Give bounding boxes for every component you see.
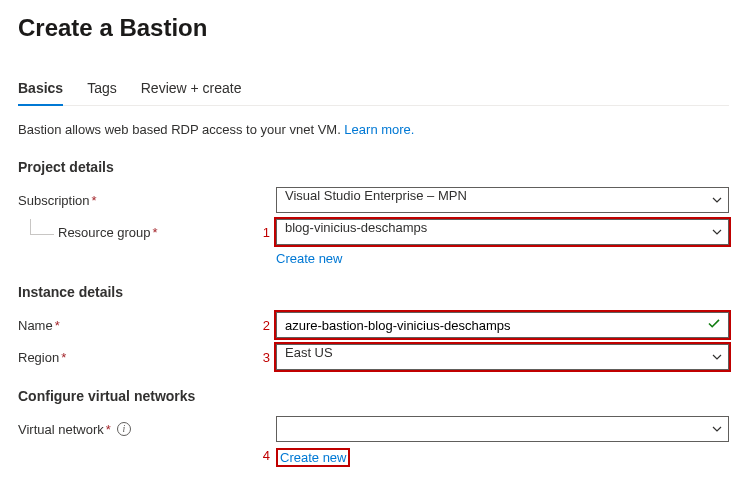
required-mark: * [106,422,111,437]
section-instance-details: Instance details [18,284,729,300]
annotation-2: 2 [258,318,276,333]
region-select[interactable]: East US [276,344,729,370]
label-virtual-network: Virtual network [18,422,104,437]
tab-tags[interactable]: Tags [87,74,117,106]
label-subscription: Subscription [18,193,90,208]
annotation-3: 3 [258,350,276,365]
indent-connector [30,219,54,235]
label-region: Region [18,350,59,365]
page-title: Create a Bastion [18,14,729,42]
required-mark: * [55,318,60,333]
tab-basics[interactable]: Basics [18,74,63,106]
label-name: Name [18,318,53,333]
annotation-4: 4 [258,448,276,467]
tab-bar: Basics Tags Review + create [18,74,729,106]
name-input[interactable] [276,312,729,338]
description-text: Bastion allows web based RDP access to y… [18,122,344,137]
required-mark: * [92,193,97,208]
description: Bastion allows web based RDP access to y… [18,122,729,137]
virtual-network-select[interactable] [276,416,729,442]
subscription-select[interactable]: Visual Studio Enterprise – MPN [276,187,729,213]
info-icon[interactable]: i [117,422,131,436]
section-configure-vnet: Configure virtual networks [18,388,729,404]
learn-more-link[interactable]: Learn more. [344,122,414,137]
create-new-vnet-link[interactable]: Create new [280,450,346,465]
required-mark: * [61,350,66,365]
section-project-details: Project details [18,159,729,175]
tab-review[interactable]: Review + create [141,74,242,106]
resource-group-select[interactable]: blog-vinicius-deschamps [276,219,729,245]
annotation-1: 1 [258,225,276,240]
create-new-resource-group-link[interactable]: Create new [276,251,342,266]
required-mark: * [153,225,158,240]
label-resource-group: Resource group [58,225,151,240]
